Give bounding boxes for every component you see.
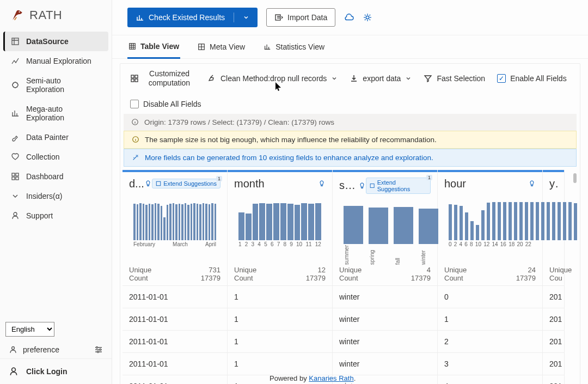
svg-rect-1 bbox=[12, 38, 19, 45]
svg-rect-6 bbox=[16, 177, 19, 180]
table-cell[interactable]: 201 bbox=[543, 285, 564, 308]
sidebar-label: Collection bbox=[26, 153, 59, 161]
warning-icon bbox=[132, 136, 139, 143]
mini-chart bbox=[234, 197, 326, 240]
table-cell[interactable]: 201 bbox=[543, 375, 564, 384]
table-columns: d...Extend Suggestions1FebruaryMarchApri… bbox=[122, 170, 578, 384]
column-stats: Unique24Count17379 bbox=[438, 263, 542, 285]
data-panel: Customized computation Clean Method:drop… bbox=[120, 63, 580, 384]
sidebar-item-support[interactable]: Support bbox=[3, 206, 108, 225]
table-cell[interactable]: 3 bbox=[438, 352, 542, 375]
table-cell[interactable]: 1 bbox=[228, 285, 332, 308]
extend-suggestions-pill[interactable]: Extend Suggestions1 bbox=[366, 178, 431, 194]
sidebar-item-dashboard[interactable]: Dashboard bbox=[3, 167, 108, 186]
sidebar-item-collection[interactable]: Collection bbox=[3, 147, 108, 167]
column-title[interactable]: ye... bbox=[549, 178, 558, 190]
manual-icon bbox=[11, 57, 20, 65]
bulb-icon[interactable] bbox=[528, 180, 536, 187]
table-cell[interactable]: 1 bbox=[228, 352, 332, 375]
custom-computation[interactable]: Customized computation bbox=[130, 69, 195, 88]
table-column: hour0246810121416182022Unique24Count1737… bbox=[438, 170, 543, 384]
footer-link[interactable]: Kanaries Rath bbox=[309, 374, 353, 382]
disable-all-checkbox[interactable]: ✓ Disable All Fields bbox=[130, 100, 201, 108]
column-title[interactable]: month bbox=[234, 178, 265, 190]
import-data-button[interactable]: Import Data bbox=[266, 8, 335, 27]
column-stats: Unique731Count17379 bbox=[122, 263, 227, 285]
tab-label: Meta View bbox=[210, 42, 245, 51]
bulb-icon[interactable] bbox=[318, 180, 326, 187]
sidebar-label: Dashboard bbox=[26, 172, 64, 181]
tab-stats-view[interactable]: Statistics View bbox=[262, 35, 326, 58]
chevron-down-icon bbox=[405, 75, 412, 82]
svg-rect-13 bbox=[275, 15, 280, 20]
info-banner[interactable]: More fields can be generated from 10 exi… bbox=[124, 149, 577, 167]
sliders-icon[interactable] bbox=[94, 345, 103, 354]
svg-point-11 bbox=[97, 351, 99, 353]
table-cell[interactable]: winter bbox=[333, 285, 437, 308]
column-title[interactable]: d... bbox=[129, 178, 144, 190]
sidebar-nav: DataSource Manual Exploration Semi-auto … bbox=[0, 28, 112, 229]
support-icon bbox=[11, 211, 20, 220]
column-title[interactable]: se... bbox=[339, 179, 358, 192]
language-select[interactable]: English bbox=[5, 322, 54, 337]
import-label: Import Data bbox=[287, 13, 327, 22]
svg-rect-4 bbox=[16, 173, 19, 176]
grid-icon bbox=[130, 74, 139, 83]
table-cell[interactable]: winter bbox=[333, 352, 437, 375]
fast-selection[interactable]: Fast Selection bbox=[424, 74, 485, 83]
axis-labels: 0246810121416182022 bbox=[444, 240, 536, 248]
table-cell[interactable]: 201 bbox=[543, 308, 564, 330]
svg-rect-20 bbox=[135, 79, 138, 82]
table-cell[interactable]: 4 bbox=[438, 375, 542, 384]
sidebar-label: Semi-auto Exploration bbox=[26, 76, 101, 94]
export-data-select[interactable]: export data bbox=[350, 74, 412, 83]
sidebar-item-mega[interactable]: Mega-auto Exploration bbox=[3, 99, 108, 127]
table-cell[interactable]: 2011-01-01 bbox=[122, 308, 227, 330]
table-cell[interactable]: 2011-01-01 bbox=[122, 375, 227, 384]
broom-icon bbox=[207, 74, 216, 83]
sidebar-item-manual[interactable]: Manual Exploration bbox=[3, 51, 108, 71]
table-cell[interactable]: 1 bbox=[228, 308, 332, 330]
cloud-icon[interactable] bbox=[344, 13, 354, 22]
bulb-icon[interactable] bbox=[144, 180, 152, 187]
table-cell[interactable]: 2011-01-01 bbox=[122, 285, 227, 308]
clean-method-select[interactable]: Clean Method:drop null records bbox=[207, 74, 338, 83]
table-cell[interactable]: 1 bbox=[438, 308, 542, 330]
table-cell[interactable]: 0 bbox=[438, 285, 542, 308]
brand-text: RATH bbox=[29, 8, 62, 22]
preference-link[interactable]: preference bbox=[23, 345, 59, 354]
tab-meta-view[interactable]: Meta View bbox=[197, 35, 246, 58]
sidebar-item-datasource[interactable]: DataSource bbox=[3, 32, 108, 51]
sidebar-label: Manual Exploration bbox=[26, 57, 91, 65]
table-cell[interactable]: 2011-01-01 bbox=[122, 352, 227, 375]
login-label: Click Login bbox=[26, 367, 67, 376]
extend-suggestions-pill[interactable]: Extend Suggestions1 bbox=[152, 179, 220, 188]
painter-icon bbox=[11, 133, 20, 142]
bulb-icon[interactable] bbox=[358, 182, 366, 190]
enable-label: Enable All Fields bbox=[510, 74, 567, 83]
table-cell[interactable]: 2011-01-01 bbox=[122, 330, 227, 352]
table-cell[interactable]: 2 bbox=[438, 330, 542, 352]
column-title[interactable]: hour bbox=[444, 178, 466, 190]
origin-text: Origin: 17379 rows / Select: (17379) / C… bbox=[144, 118, 334, 126]
check-results-button[interactable]: Check Existed Results bbox=[127, 8, 258, 27]
pref-icon bbox=[9, 345, 17, 354]
table-cell[interactable]: winter bbox=[333, 330, 437, 352]
sidebar-item-painter[interactable]: Data Painter bbox=[3, 127, 108, 147]
table-cell[interactable]: 201 bbox=[543, 352, 564, 375]
gear-icon[interactable] bbox=[363, 13, 372, 22]
svg-point-0 bbox=[19, 11, 20, 13]
mini-chart bbox=[339, 200, 431, 244]
login-button[interactable]: Click Login bbox=[0, 358, 112, 384]
table-cell[interactable]: winter bbox=[333, 308, 437, 330]
sidebar-item-semi[interactable]: Semi-auto Exploration bbox=[3, 71, 108, 99]
tab-table-view[interactable]: Table View bbox=[127, 35, 180, 59]
sidebar-item-insiders[interactable]: Insiders(α) bbox=[3, 186, 108, 206]
table-cell[interactable]: 1 bbox=[228, 330, 332, 352]
enable-all-checkbox[interactable]: ✓ Enable All Fields bbox=[497, 74, 567, 83]
table-column: month123456789101112Unique12Count1737911… bbox=[228, 170, 333, 384]
checkbox-unchecked-icon: ✓ bbox=[130, 100, 139, 108]
toolbar: Check Existed Results Import Data bbox=[112, 0, 588, 35]
chevron-down-icon[interactable] bbox=[243, 14, 249, 21]
table-cell[interactable]: 201 bbox=[543, 330, 564, 352]
